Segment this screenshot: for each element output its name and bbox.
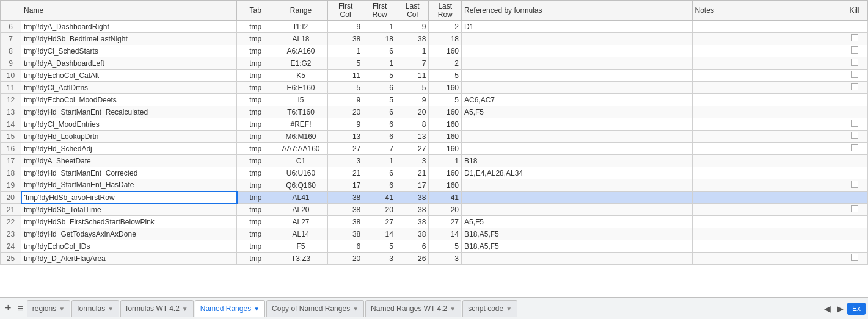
kill-cell[interactable] [841,106,868,118]
last-col-cell: 8 [396,118,429,131]
name-cell[interactable]: tmp'!dyEchoCol_CatAlt [21,70,237,82]
name-cell[interactable]: tmp'!dyHd_LookupDrtn [21,131,237,143]
name-cell[interactable]: tmp'!dyHd_GetTodaysAxlnAxDone [21,228,237,240]
kill-checkbox[interactable] [851,120,858,127]
first-col-cell: 38 [327,216,363,228]
kill-cell[interactable] [841,204,868,216]
kill-checkbox[interactable] [851,254,858,261]
tab-copy-named-ranges[interactable]: Copy of Named Ranges ▼ [266,300,364,317]
tab-cell: tmp [237,82,274,94]
range-cell: AL18 [274,33,328,45]
name-cell[interactable]: tmp'!dyHd_StartManEnt_HasDate [21,179,237,192]
kill-checkbox[interactable] [851,205,858,212]
refby-cell [462,57,693,70]
name-cell[interactable]: tmp'!dyHd_StartManEnt_Recalculated [21,106,237,118]
more-sheets-button[interactable]: Ex [847,303,866,315]
last-col-cell: 9 [396,94,429,106]
row-number: 17 [1,155,21,167]
kill-checkbox[interactable] [851,59,858,66]
col-header-name: Name [21,1,237,21]
refby-cell: D1,E4,AL28,AL34 [462,167,693,179]
tab-copy-named-label: Copy of Named Ranges [272,304,350,313]
kill-cell[interactable] [841,118,868,131]
tab-nav-right-button[interactable]: ▶ [834,303,846,315]
tab-named-ranges[interactable]: Named Ranges ▼ [195,300,265,317]
add-sheet-button[interactable]: + [2,301,14,316]
kill-checkbox[interactable] [851,181,858,188]
kill-cell[interactable] [841,70,868,82]
row-number: 9 [1,57,21,70]
refby-cell: D1 [462,21,693,33]
col-header-range: Range [274,1,328,21]
name-cell[interactable]: tmp'!dyCl_SchedStarts [21,45,237,57]
kill-cell[interactable] [841,155,868,167]
kill-checkbox[interactable] [851,71,858,78]
name-cell[interactable]: tmp'!dyHdSb_TotalTime [21,204,237,216]
first-row-cell: 5 [363,70,396,82]
kill-cell[interactable] [841,21,868,33]
kill-cell[interactable] [841,240,868,253]
kill-checkbox[interactable] [851,46,858,54]
notes-cell [692,94,841,106]
first-col-cell: 20 [327,106,363,118]
kill-cell[interactable] [841,57,868,70]
kill-cell[interactable] [841,167,868,179]
spreadsheet-table: Name Tab Range FirstCol FirstRow LastCol… [0,0,868,265]
name-cell[interactable]: 'tmp'!dyHdSb_arvoFirstRow [21,192,237,204]
tab-nav-left-button[interactable]: ◀ [822,303,833,315]
name-cell[interactable]: tmp'!dy_D_AlertFlagArea [21,253,237,265]
name-cell[interactable]: tmp'!dyEchoCol_IDs [21,240,237,253]
row-number: 8 [1,45,21,57]
name-cell[interactable]: tmp'!dyEchoCol_MoodDeets [21,94,237,106]
name-cell[interactable]: tmp'!dyA_SheetDate [21,155,237,167]
tab-named-ranges-wt-arrow: ▼ [450,306,456,312]
kill-cell[interactable] [841,143,868,155]
notes-cell [692,106,841,118]
last-row-cell: 2 [429,57,462,70]
name-cell[interactable]: tmp'!dyHd_StartManEnt_Corrected [21,167,237,179]
notes-cell [692,57,841,70]
first-row-cell: 7 [363,143,396,155]
last-col-cell: 7 [396,57,429,70]
kill-cell[interactable] [841,216,868,228]
name-cell[interactable]: tmp'!dyCl_ActlDrtns [21,82,237,94]
name-cell[interactable]: tmp'!dyHd_SchedAdj [21,143,237,155]
name-cell[interactable]: tmp'!dyCl_MoodEntries [21,118,237,131]
tab-cell: tmp [237,155,274,167]
kill-cell[interactable] [841,179,868,192]
kill-cell[interactable] [841,131,868,143]
last-row-cell: 160 [429,45,462,57]
tab-named-ranges-wt[interactable]: Named Ranges WT 4.2 ▼ [365,300,461,317]
kill-cell[interactable] [841,192,868,204]
tab-cell: tmp [237,94,274,106]
last-col-cell: 38 [396,192,429,204]
name-cell[interactable]: tmp'!dyA_DashboardLeft [21,57,237,70]
refby-cell [462,33,693,45]
first-col-cell: 20 [327,253,363,265]
table-row: 25tmp'!dy_D_AlertFlagAreatmpT3:Z3203263 [1,253,868,265]
name-cell[interactable]: tmp'!dyA_DashboardRight [21,21,237,33]
tab-regions[interactable]: regions ▼ [27,300,70,317]
last-row-cell: 20 [429,204,462,216]
name-cell[interactable]: tmp'!dyHdSb_BedtimeLastNight [21,33,237,45]
sheet-menu-button[interactable]: ≡ [14,301,27,317]
kill-cell[interactable] [841,45,868,57]
refby-cell [462,192,693,204]
kill-checkbox[interactable] [851,83,858,90]
last-row-cell: 1 [429,155,462,167]
last-row-cell: 5 [429,70,462,82]
kill-cell[interactable] [841,94,868,106]
kill-cell[interactable] [841,228,868,240]
tab-formulas[interactable]: formulas ▼ [71,300,119,317]
kill-cell[interactable] [841,33,868,45]
kill-checkbox[interactable] [851,132,858,139]
kill-cell[interactable] [841,82,868,94]
tab-formulas-wt[interactable]: formulas WT 4.2 ▼ [120,300,194,317]
tab-script-code[interactable]: script code ▼ [462,300,517,317]
kill-cell[interactable] [841,253,868,265]
first-row-cell: 18 [363,33,396,45]
kill-checkbox[interactable] [851,34,858,41]
name-cell[interactable]: tmp'!dyHdSb_FirstSchedStartBelowPink [21,216,237,228]
range-cell: I1:I2 [274,21,328,33]
kill-checkbox[interactable] [851,144,858,151]
